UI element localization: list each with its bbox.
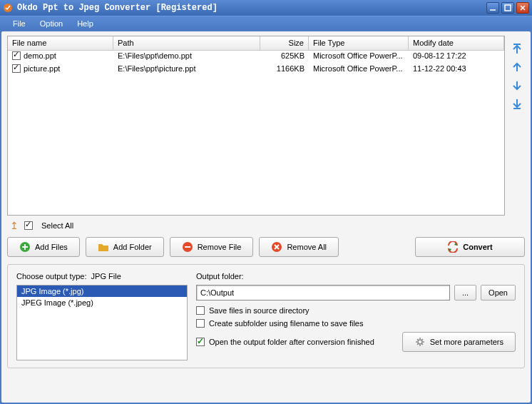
- more-params-label: Set more parameters: [430, 338, 503, 346]
- table-row[interactable]: demo.pptE:\Files\ppt\demo.ppt625KBMicros…: [8, 51, 504, 64]
- select-all-row: ↥ Select All: [7, 216, 525, 236]
- add-files-button[interactable]: Add Files: [7, 237, 80, 257]
- output-folder-input[interactable]: [196, 285, 450, 301]
- save-source-label: Save files in source directory: [209, 306, 310, 315]
- choose-type-label: Choose output type: JPG File: [16, 272, 188, 281]
- remove-all-icon: [271, 241, 282, 253]
- folder-icon: [98, 241, 109, 253]
- set-more-parameters-button[interactable]: Set more parameters: [402, 332, 516, 352]
- client-area: File name Path Size File Type Modify dat…: [1, 31, 531, 403]
- action-buttons: Add Files Add Folder Remove File Remove …: [7, 236, 525, 264]
- col-filetype[interactable]: File Type: [309, 36, 409, 50]
- minus-icon: [182, 241, 193, 253]
- table-row[interactable]: picture.pptE:\Files\ppt\picture.ppt1166K…: [8, 64, 504, 76]
- open-after-checkbox[interactable]: [196, 338, 205, 346]
- remove-file-button[interactable]: Remove File: [170, 237, 254, 257]
- create-subfolder-label: Create subfolder using filename to save …: [209, 319, 363, 328]
- add-folder-label: Add Folder: [113, 243, 152, 251]
- move-up-button[interactable]: [511, 60, 523, 74]
- up-level-icon[interactable]: ↥: [10, 220, 19, 231]
- move-top-button[interactable]: [511, 41, 523, 56]
- row-checkbox[interactable]: [12, 51, 21, 60]
- col-modify[interactable]: Modify date: [409, 36, 504, 50]
- add-folder-button[interactable]: Add Folder: [86, 237, 164, 257]
- add-files-label: Add Files: [35, 243, 68, 251]
- open-folder-button[interactable]: Open: [481, 285, 516, 301]
- menu-bar: File Option Help: [0, 16, 532, 30]
- menu-help[interactable]: Help: [70, 18, 101, 29]
- gear-icon: [414, 336, 426, 348]
- svg-rect-2: [505, 5, 511, 11]
- select-all-label: Select All: [41, 221, 73, 230]
- table-header: File name Path Size File Type Modify dat…: [8, 36, 504, 51]
- row-checkbox[interactable]: [12, 64, 21, 73]
- list-item[interactable]: JPEG Image (*.jpeg): [17, 297, 187, 308]
- menu-option[interactable]: Option: [33, 18, 70, 29]
- col-filename[interactable]: File name: [8, 36, 113, 50]
- menu-file[interactable]: File: [6, 18, 33, 29]
- svg-point-6: [418, 340, 422, 344]
- save-source-checkbox[interactable]: [196, 306, 205, 315]
- remove-all-label: Remove All: [287, 243, 327, 251]
- app-logo-icon: [3, 3, 13, 13]
- output-type-list[interactable]: JPG Image (*.jpg) JPEG Image (*.jpeg): [16, 285, 188, 360]
- list-item[interactable]: JPG Image (*.jpg): [17, 286, 187, 297]
- open-after-label: Open the output folder after conversion …: [209, 338, 374, 346]
- minimize-button[interactable]: [486, 2, 499, 14]
- remove-all-button[interactable]: Remove All: [259, 237, 339, 257]
- select-all-checkbox[interactable]: [24, 221, 33, 230]
- close-button[interactable]: [516, 2, 529, 14]
- convert-label: Convert: [463, 243, 493, 251]
- convert-icon: [447, 241, 459, 253]
- col-path[interactable]: Path: [113, 36, 260, 50]
- col-size[interactable]: Size: [260, 36, 309, 50]
- reorder-arrows: [509, 36, 525, 216]
- move-down-button[interactable]: [511, 79, 523, 93]
- plus-icon: [19, 241, 31, 253]
- window-title: Okdo Ppt to Jpeg Converter [Registered]: [17, 3, 486, 13]
- output-panel: Choose output type: JPG File JPG Image (…: [7, 264, 525, 368]
- title-bar: Okdo Ppt to Jpeg Converter [Registered]: [0, 0, 532, 16]
- maximize-button[interactable]: [501, 2, 514, 14]
- browse-button[interactable]: ...: [454, 285, 476, 301]
- create-subfolder-checkbox[interactable]: [196, 319, 205, 328]
- convert-button[interactable]: Convert: [415, 237, 525, 257]
- output-folder-label: Output folder:: [196, 272, 516, 281]
- current-type: JPG File: [91, 272, 121, 281]
- file-table: File name Path Size File Type Modify dat…: [7, 36, 505, 216]
- move-bottom-button[interactable]: [511, 97, 523, 111]
- remove-file-label: Remove File: [198, 243, 242, 251]
